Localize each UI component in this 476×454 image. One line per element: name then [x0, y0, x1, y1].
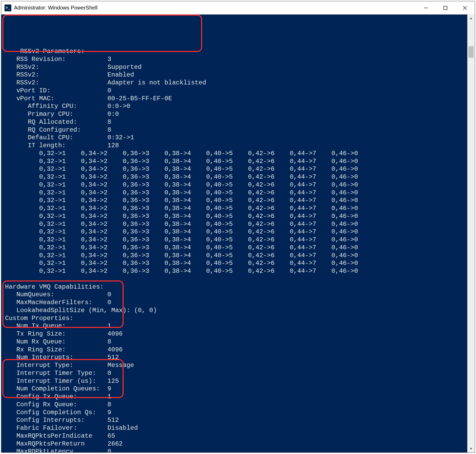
- close-icon: [463, 6, 467, 10]
- titlebar[interactable]: >_ Administrator: Windows PowerShell: [1, 1, 475, 15]
- svg-rect-1: [444, 6, 447, 9]
- powershell-icon: >_: [4, 4, 11, 11]
- highlight-rssv2: [2, 15, 202, 52]
- maximize-button[interactable]: [436, 1, 455, 14]
- window-title: Administrator: Windows PowerShell: [14, 5, 416, 11]
- minimize-button[interactable]: [416, 1, 436, 14]
- powershell-window: >_ Administrator: Windows PowerShell RSS…: [1, 1, 475, 453]
- console-area: RSSv2 Parameters: RSS Revision: 3 RSSv2:…: [1, 15, 475, 452]
- window-controls: [416, 1, 475, 14]
- scroll-up-icon[interactable]: ▲: [467, 15, 475, 22]
- minimize-icon: [424, 6, 428, 10]
- close-button[interactable]: [455, 1, 475, 14]
- vertical-scrollbar[interactable]: ▲ ▼: [467, 15, 475, 452]
- console-output[interactable]: RSSv2 Parameters: RSS Revision: 3 RSSv2:…: [1, 15, 467, 452]
- scroll-down-icon[interactable]: ▼: [467, 445, 475, 452]
- scrollbar-thumb[interactable]: [468, 46, 474, 58]
- maximize-icon: [443, 6, 448, 10]
- console-text: RSSv2 Parameters: RSS Revision: 3 RSSv2:…: [5, 48, 358, 452]
